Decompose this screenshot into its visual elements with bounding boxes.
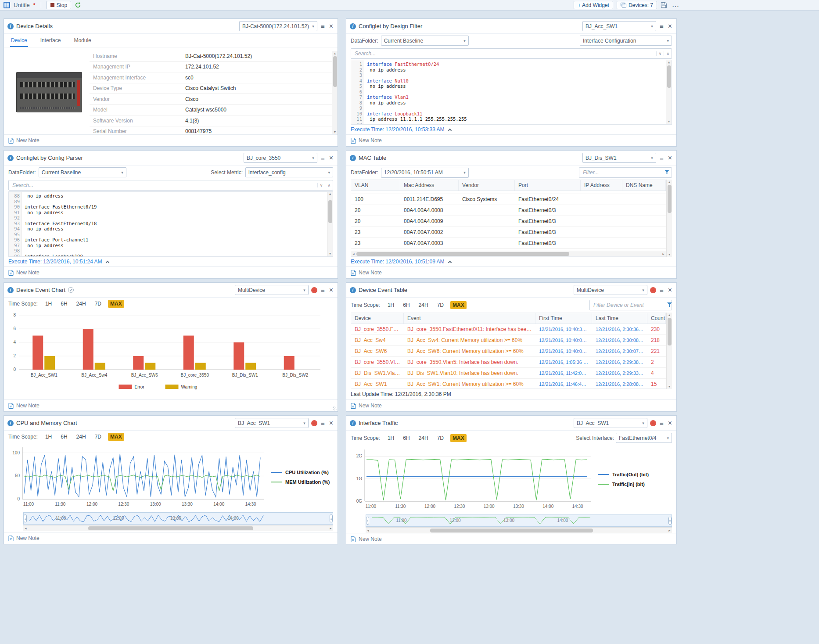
device-selector[interactable]: BJ_Dis_SW1▾ xyxy=(582,153,656,163)
scroll-up-icon[interactable]: ▲ xyxy=(668,180,671,184)
new-note-button[interactable]: New Note xyxy=(4,532,338,544)
scroll-down-icon[interactable]: ▼ xyxy=(668,384,671,389)
collapse-icon[interactable] xyxy=(448,128,452,132)
time-scope-max[interactable]: MAX xyxy=(108,433,124,441)
event-description-link[interactable]: BJ_Acc_SW1: Current Memory utilization >… xyxy=(404,381,535,387)
time-scope-6h[interactable]: 6H xyxy=(58,433,69,441)
new-note-button[interactable]: New Note xyxy=(346,533,676,544)
event-device-link[interactable]: BJ_core_3550.FastEth... xyxy=(351,326,404,332)
close-icon[interactable]: × xyxy=(667,420,673,427)
close-icon[interactable]: × xyxy=(328,23,334,30)
event-description-link[interactable]: BJ_core_3550.Vlan5: Interface has been d… xyxy=(404,359,535,365)
scroll-thumb[interactable] xyxy=(333,56,337,87)
time-scope-24h[interactable]: 24H xyxy=(417,434,431,442)
table-row[interactable]: BJ_Acc_SW6BJ_Acc_SW6: Current Memory uti… xyxy=(351,346,666,357)
time-scope-6h[interactable]: 6H xyxy=(58,300,69,308)
table-row[interactable]: 1000011.214E.D695Cisco SystemsFastEthern… xyxy=(351,194,666,205)
datafolder-selector[interactable]: Current Baseline▾ xyxy=(381,36,469,46)
range-handle-left[interactable] xyxy=(24,514,27,522)
widget-menu-icon[interactable]: ≡ xyxy=(320,287,326,293)
filter-funnel-icon[interactable] xyxy=(665,302,674,308)
device-selector[interactable]: MultiDevice▾ xyxy=(574,285,647,295)
close-icon[interactable]: × xyxy=(328,287,334,294)
time-scope-1h[interactable]: 1H xyxy=(385,301,396,309)
column-header[interactable]: Vendor xyxy=(459,180,515,191)
filter-selector[interactable]: Interface Configuration▾ xyxy=(580,36,672,46)
range-handle-right[interactable] xyxy=(668,517,672,525)
new-note-button[interactable]: New Note xyxy=(346,134,676,146)
search-next-icon[interactable]: ∨ xyxy=(317,183,325,187)
datafolder-selector[interactable]: Current Baseline▾ xyxy=(39,167,126,177)
column-header[interactable]: Last Time xyxy=(592,313,647,324)
filter-input[interactable] xyxy=(590,302,665,308)
chart-overview-range[interactable]: 11:0012:0013:0014:00 xyxy=(366,514,672,527)
table-row[interactable]: 2000A4.00A4.0009FastEthernet0/3 xyxy=(351,216,666,227)
scroll-down-icon[interactable]: ▼ xyxy=(329,252,331,256)
overview-scrollbar[interactable]: ◄ ► xyxy=(366,527,672,533)
time-scope-7d[interactable]: 7D xyxy=(435,301,446,309)
widget-menu-icon[interactable]: ≡ xyxy=(320,420,326,426)
event-device-link[interactable]: BJ_Acc_SW6 xyxy=(351,348,404,354)
widget-menu-icon[interactable]: ≡ xyxy=(659,287,665,293)
widget-menu-icon[interactable]: ≡ xyxy=(659,23,665,29)
search-prev-icon[interactable]: ∧ xyxy=(664,51,672,56)
scroll-left-icon[interactable]: ◄ xyxy=(366,529,370,532)
close-icon[interactable]: × xyxy=(667,155,673,162)
horizontal-scrollbar[interactable]: ◄ ► xyxy=(351,251,666,256)
device-selector[interactable]: BJ_Acc_SW1▾ xyxy=(574,418,647,428)
event-device-link[interactable]: BJ_Acc_Sw4 xyxy=(351,337,404,343)
scroll-right-icon[interactable]: ► xyxy=(328,527,333,530)
widget-menu-icon[interactable]: ≡ xyxy=(659,420,665,426)
time-scope-24h[interactable]: 24H xyxy=(74,433,88,441)
close-icon[interactable]: × xyxy=(328,420,334,427)
device-selector[interactable]: BJ_Acc_SW1▾ xyxy=(235,418,309,428)
scroll-down-icon[interactable]: ▼ xyxy=(334,130,337,134)
search-prev-icon[interactable]: ∧ xyxy=(325,183,333,187)
widget-menu-icon[interactable]: ≡ xyxy=(659,155,665,161)
event-description-link[interactable]: BJ_Acc_Sw4: Current Memory utilization >… xyxy=(404,337,535,343)
interface-selector[interactable]: FastEthernet0/4▾ xyxy=(616,433,672,443)
vertical-scrollbar[interactable]: ▲ ▼ xyxy=(666,180,672,257)
event-description-link[interactable]: BJ_Dis_SW1.Vlan10: Interface has been do… xyxy=(404,370,535,376)
table-row[interactable]: BJ_Acc_Sw4BJ_Acc_Sw4: Current Memory uti… xyxy=(351,335,666,346)
scroll-thumb[interactable] xyxy=(88,526,253,530)
range-handle-left[interactable] xyxy=(366,517,369,525)
remove-data-icon[interactable]: − xyxy=(311,420,317,426)
chart-overview-range[interactable]: 11:0012:0013:0014:00 xyxy=(23,512,333,525)
event-device-link[interactable]: BJ_core_3550.Vlan5 xyxy=(351,359,404,365)
time-scope-max[interactable]: MAX xyxy=(108,300,124,308)
scroll-thumb[interactable] xyxy=(668,185,672,213)
column-header[interactable]: Port xyxy=(515,180,581,191)
table-row[interactable]: 2300A7.00A7.0003FastEthernet0/3 xyxy=(351,238,666,249)
scroll-up-icon[interactable]: ▲ xyxy=(329,192,331,197)
edit-icon[interactable] xyxy=(68,287,74,293)
table-row[interactable]: BJ_Dis_SW1.Vlan10BJ_Dis_SW1.Vlan10: Inte… xyxy=(351,368,666,379)
time-scope-max[interactable]: MAX xyxy=(450,301,467,309)
scroll-up-icon[interactable]: ▲ xyxy=(668,313,671,317)
column-header[interactable]: IP Address xyxy=(581,180,622,191)
event-description-link[interactable]: BJ_core_3550.FastEthernet0/11: Interface… xyxy=(404,326,535,332)
datafolder-selector[interactable]: 12/20/2016, 10:50:51 AM▾ xyxy=(381,168,469,178)
device-selector[interactable]: BJ_core_3550▾ xyxy=(244,153,317,163)
time-scope-6h[interactable]: 6H xyxy=(401,301,412,309)
resize-handle[interactable] xyxy=(333,407,337,410)
refresh-icon[interactable] xyxy=(75,2,81,8)
remove-data-icon[interactable]: − xyxy=(650,287,656,293)
table-row[interactable]: BJ_core_3550.FastEth...BJ_core_3550.Fast… xyxy=(351,324,666,335)
new-note-button[interactable]: New Note xyxy=(346,399,676,411)
collapse-icon[interactable] xyxy=(106,260,109,264)
more-menu-button[interactable]: ... xyxy=(671,2,681,8)
time-scope-24h[interactable]: 24H xyxy=(417,301,431,309)
time-scope-1h[interactable]: 1H xyxy=(385,434,396,442)
scroll-left-icon[interactable]: ◄ xyxy=(351,252,356,255)
column-header[interactable]: Count xyxy=(647,313,666,324)
vertical-scrollbar[interactable]: ▲ ▼ xyxy=(666,60,672,124)
device-selector[interactable]: MultiDevice▾ xyxy=(235,285,309,295)
stop-button[interactable]: Stop xyxy=(47,1,72,9)
widget-menu-icon[interactable]: ≡ xyxy=(320,23,326,29)
tab-interface[interactable]: Interface xyxy=(40,36,62,47)
column-header[interactable]: First Time xyxy=(535,313,592,324)
scroll-up-icon[interactable]: ▲ xyxy=(668,60,670,65)
scroll-thumb[interactable] xyxy=(668,318,672,345)
search-input[interactable] xyxy=(9,182,317,188)
